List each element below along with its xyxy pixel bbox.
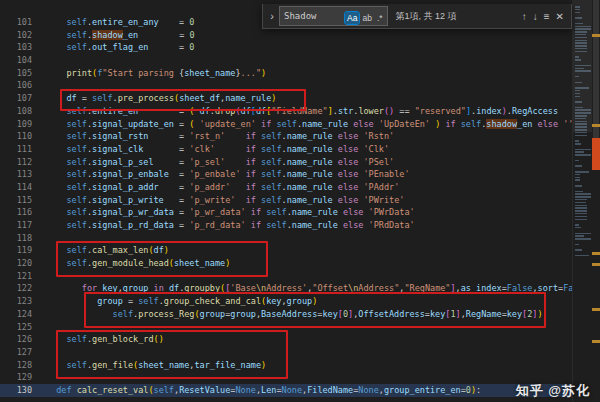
find-input[interactable] bbox=[282, 10, 344, 22]
code-line-content[interactable]: self.signal_clk = 'clk' if self.name_rul… bbox=[46, 143, 573, 156]
code-line-content[interactable] bbox=[46, 270, 573, 283]
code-line-content[interactable] bbox=[46, 346, 573, 359]
line-number[interactable]: 106 bbox=[0, 79, 46, 92]
code-line-content[interactable]: df = self.pre_process(sheet_df,name_rule… bbox=[46, 92, 573, 105]
code-line-content[interactable]: self.out_flag_en = 0 bbox=[46, 41, 573, 54]
code-token: name_rule bbox=[302, 119, 348, 129]
minimap-line bbox=[575, 135, 587, 137]
code-token: if bbox=[246, 131, 256, 141]
line-number[interactable]: 110 bbox=[0, 130, 46, 143]
code-line-content[interactable]: print(f"Start parsing {sheet_name}...") bbox=[46, 67, 573, 80]
code-token: calc_reset_val bbox=[77, 385, 149, 395]
code-line-content[interactable]: self.signal_p_enbale = 'p_enbale' if sel… bbox=[46, 168, 573, 181]
code-token: self bbox=[266, 220, 286, 230]
code-token: else bbox=[338, 144, 358, 154]
code-line-content[interactable]: self.gen_block_rd() bbox=[46, 333, 573, 346]
code-token: RegName bbox=[466, 309, 502, 319]
line-number[interactable]: 112 bbox=[0, 156, 46, 169]
line-number[interactable]: 109 bbox=[0, 118, 46, 131]
line-number[interactable]: 117 bbox=[0, 219, 46, 232]
code-token: 'PSel' bbox=[363, 157, 394, 167]
line-number[interactable]: 107 bbox=[0, 92, 46, 105]
code-line-content[interactable]: self.shadow_en = 0 bbox=[46, 29, 573, 42]
line-number[interactable]: 115 bbox=[0, 194, 46, 207]
minimap-line bbox=[575, 213, 587, 215]
code-line-content[interactable]: self.signal_p_rd_data = 'p_rd_data' if s… bbox=[46, 219, 573, 232]
code-line-content[interactable]: for key,group in df.groupby(['Base\nAddr… bbox=[46, 282, 573, 295]
code-token: = bbox=[179, 144, 189, 154]
line-number[interactable]: 104 bbox=[0, 54, 46, 67]
line-number[interactable]: 120 bbox=[0, 257, 46, 270]
code-token: signal_p_sel bbox=[92, 157, 153, 167]
code-line-content[interactable] bbox=[46, 54, 573, 67]
code-line-content[interactable] bbox=[46, 232, 573, 245]
line-number[interactable]: 114 bbox=[0, 181, 46, 194]
line-number[interactable]: 101 bbox=[0, 16, 46, 29]
line-number[interactable]: 127 bbox=[0, 346, 46, 359]
match-case-toggle-icon[interactable]: Aa bbox=[345, 12, 359, 24]
code-line-content[interactable]: self.signal_rstn = 'rst_n' if self.name_… bbox=[46, 130, 573, 143]
line-number[interactable]: 103 bbox=[0, 41, 46, 54]
line-number[interactable]: 102 bbox=[0, 29, 46, 42]
line-number[interactable]: 125 bbox=[0, 321, 46, 334]
minimap[interactable] bbox=[572, 0, 592, 402]
line-number[interactable]: 108 bbox=[0, 105, 46, 118]
line-number[interactable]: 126 bbox=[0, 333, 46, 346]
close-button[interactable]: ✕ bbox=[553, 10, 567, 23]
code-token: gen_file bbox=[92, 360, 133, 370]
line-number[interactable]: 118 bbox=[0, 232, 46, 245]
next-match-button[interactable]: ↓ bbox=[530, 10, 541, 23]
code-token: index bbox=[476, 106, 502, 116]
code-line-content[interactable] bbox=[46, 79, 573, 92]
previous-match-button[interactable]: ↑ bbox=[519, 10, 530, 23]
code-line-content[interactable]: self.signal_p_wr_data = 'p_wr_data' if s… bbox=[46, 206, 573, 219]
scrollbar[interactable] bbox=[592, 0, 600, 402]
code-line-content[interactable]: self.signal_p_addr = 'p_addr' if self.na… bbox=[46, 181, 573, 194]
line-number[interactable]: 124 bbox=[0, 308, 46, 321]
code-line-content[interactable]: group = self.group_check_and_cal(key,gro… bbox=[46, 295, 573, 308]
code-line-content[interactable]: self.cal_max_len(df) bbox=[46, 244, 573, 257]
code-token: 0 bbox=[189, 17, 194, 27]
line-number[interactable]: 111 bbox=[0, 143, 46, 156]
line-number[interactable]: 113 bbox=[0, 168, 46, 181]
code-token bbox=[46, 245, 66, 255]
code-line-content[interactable]: def calc_reset_val(self,ResetValue=None,… bbox=[46, 384, 573, 397]
code-token bbox=[46, 17, 66, 27]
code-line-content[interactable]: self.gen_module_head(sheet_name) bbox=[46, 257, 573, 270]
code-line-content[interactable]: self.entire_en = ( df.drop(df[df["FieldN… bbox=[46, 105, 573, 118]
regex-toggle-icon[interactable]: .* bbox=[375, 12, 385, 24]
line-number[interactable]: 119 bbox=[0, 244, 46, 257]
code-line-content[interactable] bbox=[46, 371, 573, 384]
code-token: name_rule bbox=[287, 195, 333, 205]
code-token: self bbox=[276, 119, 296, 129]
code-line-content[interactable] bbox=[46, 321, 573, 334]
code-line-content[interactable]: self.signal_update_en = ( 'update_en' if… bbox=[46, 118, 573, 131]
scrollbar-slider[interactable] bbox=[593, 0, 599, 150]
code-line-content[interactable]: self.signal_p_write = 'p_write' if self.… bbox=[46, 194, 573, 207]
line-number[interactable]: 122 bbox=[0, 282, 46, 295]
vscode-editor-window: 101 self.entire_en_any = 0102 self.shado… bbox=[0, 0, 600, 402]
line-number[interactable]: 105 bbox=[0, 67, 46, 80]
code-token: name_rule bbox=[287, 157, 333, 167]
line-number[interactable]: 123 bbox=[0, 295, 46, 308]
code-token: str bbox=[338, 106, 353, 116]
line-number[interactable]: 128 bbox=[0, 359, 46, 372]
code-line-content[interactable]: self.gen_file(sheet_name,tar_file_name) bbox=[46, 359, 573, 372]
code-token: ..." bbox=[241, 68, 261, 78]
line-number[interactable]: 121 bbox=[0, 270, 46, 283]
code-token: else bbox=[338, 131, 358, 141]
code-token: 'UpDateEn' bbox=[379, 119, 430, 129]
line-number[interactable]: 130 bbox=[0, 384, 46, 397]
line-number[interactable]: 116 bbox=[0, 206, 46, 219]
code-token: None bbox=[358, 385, 378, 395]
code-line-content[interactable]: self.signal_p_sel = 'p_sel' if self.name… bbox=[46, 156, 573, 169]
code-line-content[interactable]: self.process_Reg(group=group,BaseAddress… bbox=[46, 308, 573, 321]
code-token: group bbox=[123, 283, 149, 293]
find-in-selection-button[interactable]: ≡ bbox=[541, 10, 553, 23]
code-token: \n bbox=[348, 283, 358, 293]
whole-word-toggle-icon[interactable]: ab bbox=[360, 12, 373, 24]
toggle-replace-chevron-icon[interactable]: › bbox=[267, 10, 277, 22]
code-token: 'rst_n' bbox=[189, 131, 225, 141]
code-token bbox=[46, 30, 66, 40]
line-number[interactable]: 129 bbox=[0, 371, 46, 384]
